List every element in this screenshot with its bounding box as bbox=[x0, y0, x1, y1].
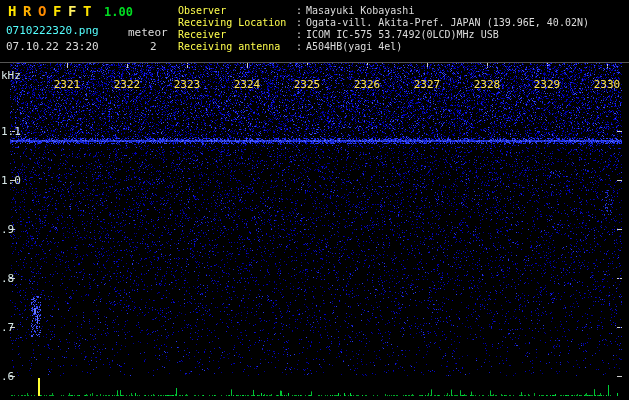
frequency-tick-label: .6 bbox=[1, 370, 14, 383]
time-tick-label: 2329 bbox=[534, 78, 561, 91]
info-row-observer: Observer:Masayuki Kobayashi bbox=[178, 5, 589, 17]
app-title-letter: F bbox=[53, 3, 68, 19]
colon: : bbox=[296, 41, 302, 52]
time-tick-label: 2327 bbox=[414, 78, 441, 91]
app-version: 1.00 bbox=[104, 5, 133, 19]
info-label: Receiving Location bbox=[178, 17, 296, 29]
info-row-location: Receiving Location:Ogata-vill. Akita-Pre… bbox=[178, 17, 589, 29]
observation-datetime: 07.10.22 23:20 bbox=[6, 40, 99, 53]
info-row-antenna: Receiving antenna:A504HB(yagi 4el) bbox=[178, 41, 589, 53]
app-title-letter: F bbox=[68, 3, 83, 19]
colon: : bbox=[296, 29, 302, 40]
colon: : bbox=[296, 17, 302, 28]
time-tick-label: 2322 bbox=[114, 78, 141, 91]
info-value: Masayuki Kobayashi bbox=[306, 5, 414, 16]
time-tick-label: 2321 bbox=[54, 78, 81, 91]
app-title: HROFFT bbox=[8, 3, 98, 19]
station-info: Observer:Masayuki Kobayashi Receiving Lo… bbox=[178, 5, 589, 53]
spectrogram-canvas bbox=[0, 0, 629, 400]
time-tick-label: 2330 bbox=[594, 78, 621, 91]
frequency-axis-unit: kHz bbox=[1, 69, 21, 82]
info-value: Ogata-vill. Akita-Pref. JAPAN (139.96E, … bbox=[306, 17, 589, 28]
frequency-tick-label: .8 bbox=[1, 272, 14, 285]
meteor-count-value: 2 bbox=[150, 40, 157, 53]
frequency-tick-label: 1.0 bbox=[1, 174, 21, 187]
app-title-letter: R bbox=[23, 3, 38, 19]
meteor-count-label: meteor bbox=[128, 26, 168, 39]
time-tick-label: 2325 bbox=[294, 78, 321, 91]
time-tick-label: 2326 bbox=[354, 78, 381, 91]
info-label: Receiving antenna bbox=[178, 41, 296, 53]
frequency-tick-label: .9 bbox=[1, 223, 14, 236]
hrofft-spectrogram-screen: HROFFT 1.00 0710222320.png meteor 07.10.… bbox=[0, 0, 629, 400]
info-label: Observer bbox=[178, 5, 296, 17]
time-tick-label: 2328 bbox=[474, 78, 501, 91]
info-value: A504HB(yagi 4el) bbox=[306, 41, 402, 52]
info-value: ICOM IC-575 53.7492(0LCD)MHz USB bbox=[306, 29, 499, 40]
app-title-letter: T bbox=[83, 3, 98, 19]
output-filename: 0710222320.png bbox=[6, 24, 99, 37]
colon: : bbox=[296, 5, 302, 16]
app-title-letter: H bbox=[8, 3, 23, 19]
time-tick-label: 2324 bbox=[234, 78, 261, 91]
info-label: Receiver bbox=[178, 29, 296, 41]
info-row-receiver: Receiver:ICOM IC-575 53.7492(0LCD)MHz US… bbox=[178, 29, 589, 41]
frequency-tick-label: .7 bbox=[1, 321, 14, 334]
frequency-tick-label: 1.1 bbox=[1, 125, 21, 138]
app-title-letter: O bbox=[38, 3, 53, 19]
time-tick-label: 2323 bbox=[174, 78, 201, 91]
